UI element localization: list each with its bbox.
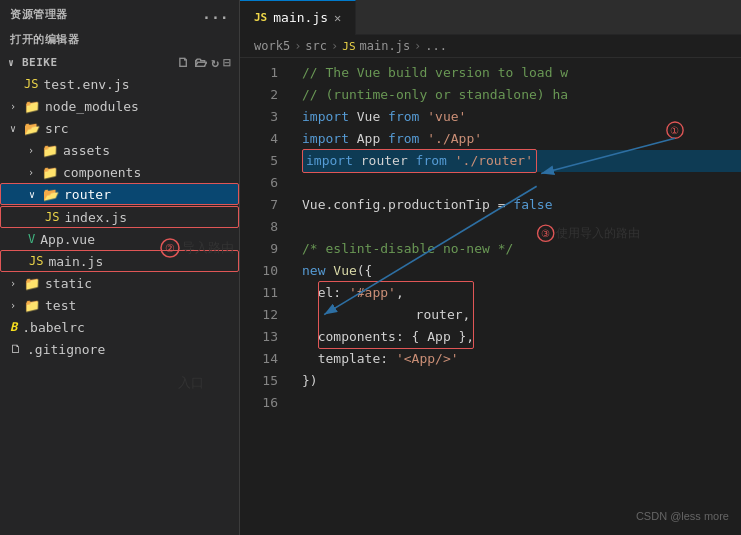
sidebar-item-label: index.js <box>64 210 127 225</box>
folder-icon: 📁 <box>42 165 58 180</box>
ln-11: 11 <box>240 282 278 304</box>
sidebar-item-label: static <box>45 276 92 291</box>
ln-9: 9 <box>240 238 278 260</box>
folder-icon: 📁 <box>24 276 40 291</box>
sidebar-item-router[interactable]: ∨ 📂 router <box>0 183 239 205</box>
file-icon: 🗋 <box>10 342 22 356</box>
ln-6: 6 <box>240 172 278 194</box>
new-file-icon[interactable]: 🗋 <box>177 55 190 70</box>
code-content[interactable]: // The Vue build version to load w // (r… <box>288 58 741 535</box>
code-token: false <box>513 194 552 216</box>
breadcrumb-mainjs: main.js <box>360 39 411 53</box>
sidebar-item-test[interactable]: › 📁 test <box>0 294 239 316</box>
editor: JS main.js ✕ work5 › src › JS main.js › … <box>240 0 741 535</box>
code-token: './App' <box>427 128 482 150</box>
root-label: BEIKE <box>22 56 58 69</box>
sidebar-root[interactable]: ∨ BEIKE 🗋 🗁 ↻ ⊟ <box>0 51 239 73</box>
code-token: router <box>353 150 416 172</box>
code-token: Vue <box>333 260 356 282</box>
collapse-icon[interactable]: ⊟ <box>223 55 231 70</box>
ln-3: 3 <box>240 106 278 128</box>
code-token: 'vue' <box>427 106 466 128</box>
sidebar-item-label: main.js <box>48 254 103 269</box>
code-token: from <box>388 106 419 128</box>
js-file-icon: JS <box>45 210 59 224</box>
section-label: 打开的编辑器 <box>0 28 239 51</box>
code-token <box>419 106 427 128</box>
breadcrumb-js-icon: JS <box>342 40 355 53</box>
sidebar-item-index-js[interactable]: JS index.js <box>0 206 239 228</box>
code-token <box>447 150 455 172</box>
code-line-6 <box>302 172 741 194</box>
code-token: // The Vue build version to load w <box>302 62 568 84</box>
code-token: Vue <box>349 106 388 128</box>
refresh-icon[interactable]: ↻ <box>211 55 219 70</box>
code-token: ({ <box>357 260 373 282</box>
code-line-3: import Vue from 'vue' <box>302 106 741 128</box>
code-line-15: }) <box>302 370 741 392</box>
sidebar-item-components[interactable]: › 📁 components <box>0 161 239 183</box>
sidebar-item-label: test.env.js <box>43 77 129 92</box>
code-token: from <box>388 128 419 150</box>
sidebar-header: 资源管理器 ... <box>0 0 239 28</box>
tab-main-js[interactable]: JS main.js ✕ <box>240 0 356 35</box>
sidebar-item-app-vue[interactable]: V App.vue <box>0 228 239 250</box>
chevron-down-icon: ∨ <box>8 57 18 68</box>
breadcrumb-src: src <box>305 39 327 53</box>
chevron-down-icon: ∨ <box>29 189 39 200</box>
code-line-14: template: '<App/>' <box>302 348 741 370</box>
sidebar-item-label: src <box>45 121 68 136</box>
code-token <box>325 260 333 282</box>
sidebar-item-babelrc[interactable]: B .babelrc <box>0 316 239 338</box>
sidebar: 资源管理器 ... 打开的编辑器 ∨ BEIKE 🗋 🗁 ↻ ⊟ JS test… <box>0 0 240 535</box>
ln-8: 8 <box>240 216 278 238</box>
code-line-13: components: { App }, <box>302 326 741 348</box>
sidebar-item-label: node_modules <box>45 99 139 114</box>
code-line-4: import App from './App' <box>302 128 741 150</box>
code-token: import <box>302 128 349 150</box>
sidebar-item-test-env[interactable]: JS test.env.js <box>0 73 239 95</box>
breadcrumb-work5: work5 <box>254 39 290 53</box>
folder-open-icon: 📂 <box>24 121 40 136</box>
code-line-9: /* eslint-disable no-new */ <box>302 238 741 260</box>
new-folder-icon[interactable]: 🗁 <box>194 55 207 70</box>
code-token: Vue.config.productionTip = <box>302 194 513 216</box>
sidebar-item-src[interactable]: ∨ 📂 src <box>0 117 239 139</box>
tab-close-button[interactable]: ✕ <box>334 11 341 25</box>
code-token: router, <box>416 307 471 322</box>
sidebar-item-label: assets <box>63 143 110 158</box>
chevron-right-icon: › <box>28 145 38 156</box>
sidebar-item-label: .gitignore <box>27 342 105 357</box>
code-area: 1 2 3 4 5 6 7 8 9 10 11 12 13 14 15 16 <box>240 58 741 535</box>
sidebar-item-static[interactable]: › 📁 static <box>0 272 239 294</box>
code-token: App <box>349 128 388 150</box>
ln-12: 12 <box>240 304 278 326</box>
breadcrumb-sep2: › <box>331 39 338 53</box>
code-token: // (runtime-only or standalone) ha <box>302 84 568 106</box>
watermark: CSDN @less more <box>636 505 729 527</box>
folder-icon: 📁 <box>24 298 40 313</box>
line-numbers: 1 2 3 4 5 6 7 8 9 10 11 12 13 14 15 16 <box>240 58 288 535</box>
code-line-2: // (runtime-only or standalone) ha <box>302 84 741 106</box>
sidebar-item-assets[interactable]: › 📁 assets <box>0 139 239 161</box>
code-line-16 <box>302 392 741 414</box>
sidebar-item-gitignore[interactable]: 🗋 .gitignore <box>0 338 239 360</box>
code-line-12: router, <box>302 304 741 326</box>
ln-7: 7 <box>240 194 278 216</box>
sidebar-item-node-modules[interactable]: › 📁 node_modules <box>0 95 239 117</box>
sidebar-item-label: router <box>64 187 111 202</box>
more-icon[interactable]: ... <box>202 6 229 22</box>
ln-15: 15 <box>240 370 278 392</box>
breadcrumb-sep: › <box>294 39 301 53</box>
code-line-1: // The Vue build version to load w <box>302 62 741 84</box>
code-line-10: new Vue ({ <box>302 260 741 282</box>
ln-14: 14 <box>240 348 278 370</box>
ln-13: 13 <box>240 326 278 348</box>
code-token: components: { App }, <box>302 326 474 348</box>
ln-5: 5 <box>240 150 278 172</box>
code-line-7: Vue.config.productionTip = false <box>302 194 741 216</box>
breadcrumb-dots: ... <box>425 39 447 53</box>
page-wrapper: 资源管理器 ... 打开的编辑器 ∨ BEIKE 🗋 🗁 ↻ ⊟ JS test… <box>0 0 741 535</box>
js-file-icon: JS <box>24 77 38 91</box>
sidebar-item-main-js[interactable]: JS main.js <box>0 250 239 272</box>
